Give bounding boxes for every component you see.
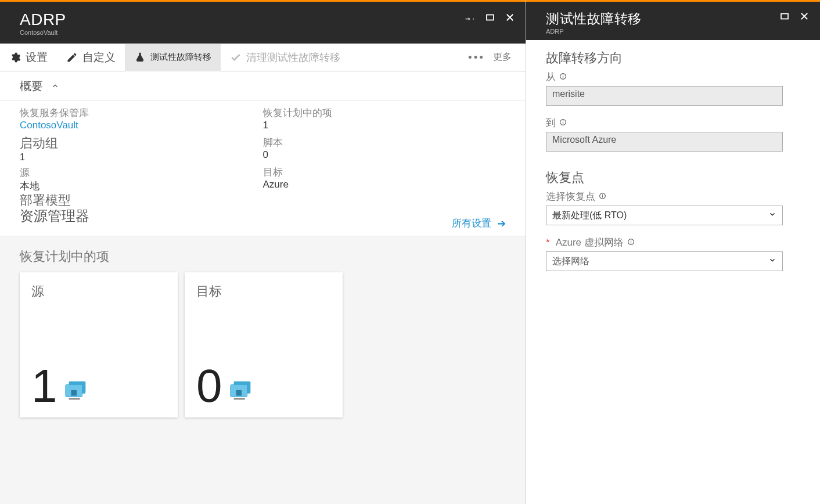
test-failover-button[interactable]: 测试性故障转移 — [125, 44, 221, 71]
info-icon[interactable] — [599, 191, 606, 203]
svg-rect-21 — [631, 240, 631, 240]
script-value: 0 — [263, 149, 506, 161]
svg-rect-8 — [233, 398, 244, 399]
source-tile-count: 1 — [31, 368, 57, 405]
pencil-icon — [66, 52, 78, 63]
cleanup-button[interactable]: 清理测试性故障转移 — [221, 44, 350, 71]
arrow-right-icon: ➔ — [497, 217, 506, 230]
right-header: 测试性故障转移 ADRP — [526, 2, 820, 40]
essentials-body: 恢复服务保管库 ContosoVault 启动组 1 源 本地 部署模型 资源管… — [0, 100, 526, 236]
right-subtitle: ADRP — [546, 28, 779, 35]
essentials-header[interactable]: 概要 — [0, 71, 526, 100]
svg-rect-20 — [631, 241, 631, 243]
svg-rect-17 — [602, 195, 603, 197]
all-settings-label: 所有设置 — [452, 217, 491, 230]
svg-rect-3 — [71, 390, 77, 396]
recovery-select[interactable]: 最新处理(低 RTO) — [546, 206, 783, 225]
blade-title: ADRP — [20, 10, 465, 29]
items-value: 1 — [263, 120, 506, 131]
ellipsis-icon: ••• — [468, 51, 485, 64]
target-label: 目标 — [263, 165, 506, 179]
script-label: 脚本 — [263, 136, 506, 149]
to-input: Microsoft Azure — [546, 132, 783, 152]
right-body: 故障转移方向 从 merisite 到 Microsoft Azure 恢复点 … — [526, 40, 820, 293]
info-icon[interactable] — [559, 117, 567, 129]
check-icon — [230, 52, 242, 63]
left-blade: ADRP ContosoVault 设置 自定义 — [0, 0, 526, 504]
cleanup-label: 清理测试性故障转移 — [246, 51, 340, 64]
svg-rect-7 — [236, 390, 242, 396]
more-label: 更多 — [493, 51, 512, 63]
close-icon[interactable] — [505, 12, 515, 23]
maximize-icon[interactable] — [485, 12, 495, 23]
vnet-label: Azure 虚拟网络 — [556, 236, 624, 249]
deploy-model-value: 资源管理器 — [20, 207, 263, 225]
right-title: 测试性故障转移 — [546, 10, 779, 28]
target-value: Azure — [263, 179, 506, 190]
direction-heading: 故障转移方向 — [546, 49, 800, 67]
customize-button[interactable]: 自定义 — [57, 44, 125, 71]
source-label: 源 — [20, 166, 263, 179]
to-value: Microsoft Azure — [552, 135, 616, 145]
svg-rect-9 — [781, 14, 788, 19]
chevron-down-icon — [768, 256, 776, 267]
settings-button[interactable]: 设置 — [0, 44, 57, 71]
info-icon[interactable] — [559, 71, 567, 83]
target-tile-title: 目标 — [196, 283, 331, 300]
chevron-down-icon — [768, 210, 776, 221]
from-input: merisite — [546, 86, 783, 106]
target-tile-count: 0 — [196, 368, 222, 405]
svg-rect-0 — [487, 15, 494, 20]
essentials-heading: 概要 — [20, 78, 43, 94]
right-blade: 测试性故障转移 ADRP 故障转移方向 从 merisite 到 Microso… — [526, 0, 820, 504]
recovery-sub-label: 选择恢复点 — [546, 190, 595, 203]
vnet-select[interactable]: 选择网络 — [546, 251, 783, 271]
source-tile[interactable]: 源 1 — [20, 272, 178, 417]
gear-icon — [9, 52, 21, 63]
flask-icon — [134, 52, 146, 63]
vm-icon — [228, 378, 255, 405]
svg-rect-11 — [563, 75, 563, 78]
more-button[interactable]: ••• 更多 — [459, 44, 526, 71]
chevron-up-icon — [51, 80, 59, 93]
test-failover-label: 测试性故障转移 — [150, 52, 211, 63]
from-value: merisite — [552, 89, 585, 99]
tiles-section: 恢复计划中的项 源 1 目标 0 — [0, 236, 526, 504]
settings-label: 设置 — [26, 50, 48, 65]
svg-rect-15 — [563, 120, 563, 121]
svg-rect-14 — [563, 121, 563, 124]
start-group-value: 1 — [20, 152, 263, 163]
close-icon[interactable] — [799, 11, 810, 21]
blade-subtitle: ContosoVault — [20, 29, 465, 36]
source-value: 本地 — [20, 179, 263, 193]
vault-link[interactable]: ContosoVault — [20, 120, 263, 131]
svg-rect-4 — [69, 398, 80, 399]
tiles-heading: 恢复计划中的项 — [20, 248, 506, 265]
recovery-heading: 恢复点 — [546, 169, 800, 186]
to-label: 到 — [546, 116, 556, 129]
from-label: 从 — [546, 70, 556, 84]
vnet-placeholder: 选择网络 — [552, 255, 589, 268]
start-group-label: 启动组 — [20, 135, 263, 152]
info-icon[interactable] — [627, 237, 635, 249]
all-settings-link[interactable]: 所有设置 ➔ — [452, 217, 506, 230]
vault-label: 恢复服务保管库 — [20, 106, 263, 120]
left-header: ADRP ContosoVault — [0, 2, 526, 44]
svg-rect-18 — [602, 194, 603, 195]
target-tile[interactable]: 目标 0 — [185, 272, 343, 417]
vm-icon — [63, 378, 90, 405]
svg-rect-12 — [563, 74, 563, 75]
source-tile-title: 源 — [31, 283, 166, 300]
toolbar: 设置 自定义 测试性故障转移 清理测试性故障转移 ••• 更多 — [0, 44, 526, 71]
recovery-value: 最新处理(低 RTO) — [552, 210, 627, 222]
maximize-icon[interactable] — [779, 11, 790, 21]
header-icons — [465, 12, 515, 23]
required-mark: * — [546, 237, 550, 249]
items-label: 恢复计划中的项 — [263, 106, 506, 120]
pin-icon[interactable] — [465, 12, 476, 23]
customize-label: 自定义 — [82, 50, 116, 65]
title-block: ADRP ContosoVault — [20, 10, 465, 36]
